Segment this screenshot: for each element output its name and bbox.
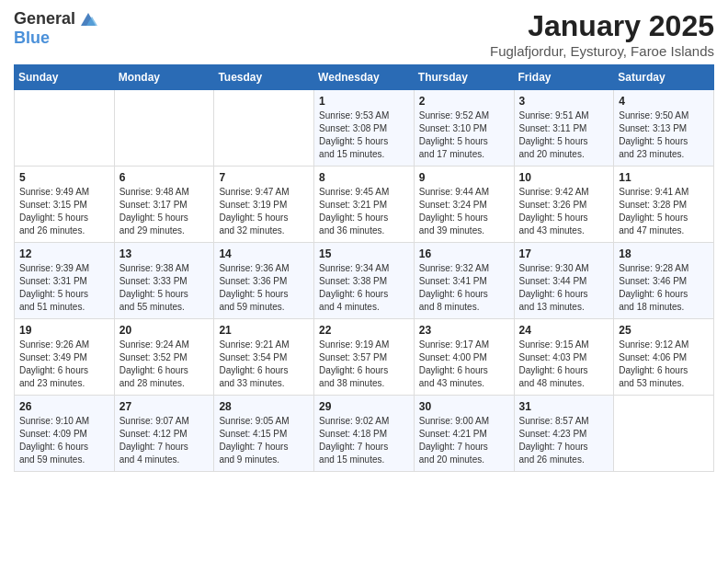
day-info: Sunrise: 9:38 AM Sunset: 3:33 PM Dayligh… (119, 262, 210, 314)
day-number: 12 (19, 247, 109, 260)
day-number: 16 (419, 247, 509, 260)
page-title: January 2025 (490, 9, 714, 43)
day-info: Sunrise: 9:48 AM Sunset: 3:17 PM Dayligh… (119, 186, 210, 237)
weekday-header-wednesday: Wednesday (314, 65, 415, 90)
day-info: Sunrise: 9:50 AM Sunset: 3:13 PM Dayligh… (619, 109, 709, 161)
weekday-header-tuesday: Tuesday (214, 65, 314, 90)
calendar-week-4: 19Sunrise: 9:26 AM Sunset: 3:49 PM Dayli… (15, 319, 714, 396)
weekday-header-sunday: Sunday (15, 65, 115, 90)
calendar-cell: 26Sunrise: 9:10 AM Sunset: 4:09 PM Dayli… (15, 396, 115, 472)
calendar-cell: 28Sunrise: 9:05 AM Sunset: 4:15 PM Dayli… (214, 396, 314, 472)
logo: General Blue (14, 9, 97, 48)
calendar-cell (15, 90, 115, 167)
day-number: 22 (319, 324, 409, 337)
day-number: 13 (119, 247, 210, 260)
day-info: Sunrise: 9:52 AM Sunset: 3:10 PM Dayligh… (419, 109, 509, 161)
day-number: 26 (19, 400, 109, 413)
day-number: 17 (519, 247, 609, 260)
calendar-cell: 3Sunrise: 9:51 AM Sunset: 3:11 PM Daylig… (514, 90, 614, 167)
calendar-cell: 19Sunrise: 9:26 AM Sunset: 3:49 PM Dayli… (15, 319, 115, 396)
calendar-cell: 2Sunrise: 9:52 AM Sunset: 3:10 PM Daylig… (414, 90, 514, 167)
calendar-cell (214, 90, 314, 167)
day-number: 14 (219, 247, 309, 260)
day-number: 5 (19, 171, 109, 184)
logo-icon (77, 9, 97, 29)
day-info: Sunrise: 9:26 AM Sunset: 3:49 PM Dayligh… (19, 339, 109, 390)
calendar-cell: 24Sunrise: 9:15 AM Sunset: 4:03 PM Dayli… (514, 319, 614, 396)
day-info: Sunrise: 9:41 AM Sunset: 3:28 PM Dayligh… (619, 186, 709, 237)
day-info: Sunrise: 9:21 AM Sunset: 3:54 PM Dayligh… (219, 339, 309, 390)
day-info: Sunrise: 9:19 AM Sunset: 3:57 PM Dayligh… (319, 339, 409, 390)
day-number: 8 (319, 171, 409, 184)
day-info: Sunrise: 9:44 AM Sunset: 3:24 PM Dayligh… (419, 186, 509, 237)
day-number: 11 (619, 171, 709, 184)
calendar-cell: 23Sunrise: 9:17 AM Sunset: 4:00 PM Dayli… (414, 319, 514, 396)
weekday-header-monday: Monday (114, 65, 214, 90)
logo-general: General (14, 10, 75, 29)
day-number: 4 (619, 95, 709, 108)
day-info: Sunrise: 9:51 AM Sunset: 3:11 PM Dayligh… (519, 109, 609, 161)
weekday-header-thursday: Thursday (414, 65, 514, 90)
calendar-cell: 9Sunrise: 9:44 AM Sunset: 3:24 PM Daylig… (414, 167, 514, 243)
day-info: Sunrise: 9:39 AM Sunset: 3:31 PM Dayligh… (19, 262, 109, 314)
calendar-week-5: 26Sunrise: 9:10 AM Sunset: 4:09 PM Dayli… (15, 396, 714, 472)
calendar-cell: 11Sunrise: 9:41 AM Sunset: 3:28 PM Dayli… (614, 167, 714, 243)
day-info: Sunrise: 9:49 AM Sunset: 3:15 PM Dayligh… (19, 186, 109, 237)
day-info: Sunrise: 9:34 AM Sunset: 3:38 PM Dayligh… (319, 262, 409, 314)
calendar-cell: 12Sunrise: 9:39 AM Sunset: 3:31 PM Dayli… (15, 243, 115, 319)
day-number: 9 (419, 171, 509, 184)
calendar-cell: 25Sunrise: 9:12 AM Sunset: 4:06 PM Dayli… (614, 319, 714, 396)
calendar-cell: 21Sunrise: 9:21 AM Sunset: 3:54 PM Dayli… (214, 319, 314, 396)
day-info: Sunrise: 9:28 AM Sunset: 3:46 PM Dayligh… (619, 262, 709, 314)
day-number: 3 (519, 95, 609, 108)
calendar-cell: 17Sunrise: 9:30 AM Sunset: 3:44 PM Dayli… (514, 243, 614, 319)
calendar-cell: 18Sunrise: 9:28 AM Sunset: 3:46 PM Dayli… (614, 243, 714, 319)
page-header: General Blue January 2025 Fuglafjordur, … (14, 9, 714, 59)
calendar-week-3: 12Sunrise: 9:39 AM Sunset: 3:31 PM Dayli… (15, 243, 714, 319)
day-info: Sunrise: 9:53 AM Sunset: 3:08 PM Dayligh… (319, 109, 409, 161)
day-info: Sunrise: 8:57 AM Sunset: 4:23 PM Dayligh… (519, 415, 609, 466)
logo-blue: Blue (14, 29, 50, 48)
day-number: 21 (219, 324, 309, 337)
weekday-header-saturday: Saturday (614, 65, 714, 90)
day-number: 28 (219, 400, 309, 413)
day-info: Sunrise: 9:42 AM Sunset: 3:26 PM Dayligh… (519, 186, 609, 237)
day-number: 27 (119, 400, 210, 413)
day-info: Sunrise: 9:47 AM Sunset: 3:19 PM Dayligh… (219, 186, 309, 237)
day-number: 18 (619, 247, 709, 260)
calendar-cell: 1Sunrise: 9:53 AM Sunset: 3:08 PM Daylig… (314, 90, 415, 167)
title-block: January 2025 Fuglafjordur, Eysturoy, Far… (490, 9, 714, 59)
day-info: Sunrise: 9:10 AM Sunset: 4:09 PM Dayligh… (19, 415, 109, 466)
calendar-cell: 4Sunrise: 9:50 AM Sunset: 3:13 PM Daylig… (614, 90, 714, 167)
calendar-cell: 31Sunrise: 8:57 AM Sunset: 4:23 PM Dayli… (514, 396, 614, 472)
day-info: Sunrise: 9:12 AM Sunset: 4:06 PM Dayligh… (619, 339, 709, 390)
day-info: Sunrise: 9:36 AM Sunset: 3:36 PM Dayligh… (219, 262, 309, 314)
calendar-cell: 6Sunrise: 9:48 AM Sunset: 3:17 PM Daylig… (114, 167, 214, 243)
calendar-table: SundayMondayTuesdayWednesdayThursdayFrid… (14, 64, 714, 472)
calendar-cell: 15Sunrise: 9:34 AM Sunset: 3:38 PM Dayli… (314, 243, 415, 319)
day-info: Sunrise: 9:30 AM Sunset: 3:44 PM Dayligh… (519, 262, 609, 314)
calendar-cell: 8Sunrise: 9:45 AM Sunset: 3:21 PM Daylig… (314, 167, 415, 243)
calendar-cell: 20Sunrise: 9:24 AM Sunset: 3:52 PM Dayli… (114, 319, 214, 396)
day-info: Sunrise: 9:17 AM Sunset: 4:00 PM Dayligh… (419, 339, 509, 390)
day-number: 1 (319, 95, 409, 108)
calendar-week-2: 5Sunrise: 9:49 AM Sunset: 3:15 PM Daylig… (15, 167, 714, 243)
calendar-cell: 30Sunrise: 9:00 AM Sunset: 4:21 PM Dayli… (414, 396, 514, 472)
weekday-header-friday: Friday (514, 65, 614, 90)
day-info: Sunrise: 9:07 AM Sunset: 4:12 PM Dayligh… (119, 415, 210, 466)
day-info: Sunrise: 9:05 AM Sunset: 4:15 PM Dayligh… (219, 415, 309, 466)
day-info: Sunrise: 9:15 AM Sunset: 4:03 PM Dayligh… (519, 339, 609, 390)
day-number: 6 (119, 171, 210, 184)
calendar-cell: 22Sunrise: 9:19 AM Sunset: 3:57 PM Dayli… (314, 319, 415, 396)
day-number: 30 (419, 400, 509, 413)
calendar-week-1: 1Sunrise: 9:53 AM Sunset: 3:08 PM Daylig… (15, 90, 714, 167)
day-number: 29 (319, 400, 409, 413)
calendar-cell: 14Sunrise: 9:36 AM Sunset: 3:36 PM Dayli… (214, 243, 314, 319)
day-number: 25 (619, 324, 709, 337)
calendar-cell (614, 396, 714, 472)
day-info: Sunrise: 9:24 AM Sunset: 3:52 PM Dayligh… (119, 339, 210, 390)
calendar-cell: 13Sunrise: 9:38 AM Sunset: 3:33 PM Dayli… (114, 243, 214, 319)
day-info: Sunrise: 9:00 AM Sunset: 4:21 PM Dayligh… (419, 415, 509, 466)
day-number: 24 (519, 324, 609, 337)
calendar-cell: 16Sunrise: 9:32 AM Sunset: 3:41 PM Dayli… (414, 243, 514, 319)
